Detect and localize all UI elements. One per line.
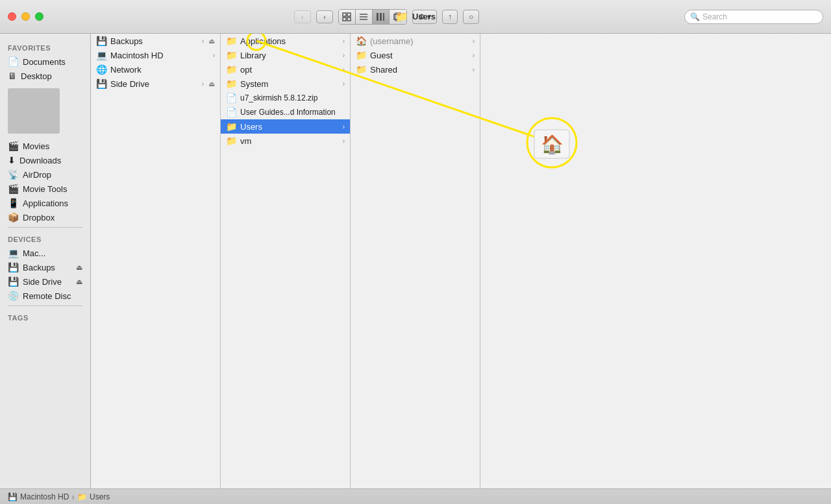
statusbar-drive-icon: 💾 [8,492,18,501]
arrow-icon: › [343,80,345,88]
col2-library[interactable]: 📁 Library › [221,48,350,62]
sidebar-item-label: Remote Disc [23,291,71,301]
backups-eject-icon[interactable]: ⏏ [76,263,82,272]
statusbar-path2: Users [90,492,110,501]
arrow-icon: › [343,66,345,73]
tags-section-label: Tags [0,309,90,324]
arrow-icon: › [202,38,204,45]
folder-icon: 📁 [226,50,237,60]
folder-icon: 📁 [226,78,237,89]
documents-icon: 📄 [8,56,19,67]
col2-zip[interactable]: 📄 u7_skirmish 5.8.12.zip [221,91,350,105]
arrow-icon: › [202,80,204,88]
view-list-button[interactable] [356,10,373,24]
file-icon: 📄 [226,107,237,117]
view-icon-button[interactable] [339,10,356,24]
toolbar: ‹ › [294,9,479,25]
column-2: 📁 Applications › 📁 Library › 📁 opt › 📁 S… [221,34,351,488]
statusbar: 💾 Macintosh HD › 📁 Users [0,488,831,504]
sidebar-item-dropbox[interactable]: 📦 Dropbox [0,210,90,224]
minimize-button[interactable] [21,12,30,21]
folder-icon: 💾 [96,36,107,46]
side-drive-device-icon: 💾 [8,276,19,287]
maximize-button[interactable] [35,12,43,21]
eject-icon: ⏏ [208,37,215,45]
favorites-section-label: Favorites [0,39,90,54]
svg-rect-1 [347,13,351,16]
col2-opt[interactable]: 📁 opt › [221,62,350,77]
column-3: 🏠 (username) › 📁 Guest › 📁 Shared › [351,34,480,488]
tag-button[interactable]: ○ [463,10,479,24]
close-button[interactable] [8,12,16,21]
col2-user-guides[interactable]: 📄 User Guides...d Information [221,105,350,119]
svg-rect-9 [383,13,384,21]
col2-users[interactable]: 📁 Users › [221,119,350,134]
folder-icon: 📁 [356,64,367,75]
col1-side-drive[interactable]: 💾 Side Drive › ⏏ [91,77,220,91]
back-button[interactable]: ‹ [294,10,311,23]
side-drive-eject-icon[interactable]: ⏏ [76,278,82,286]
view-column-button[interactable] [373,10,390,24]
sidebar-item-applications[interactable]: 📱 Applications [0,196,90,210]
arrow-icon: › [473,52,475,59]
sidebar-item-label: Desktop [21,71,52,81]
share-button[interactable]: ↑ [442,10,458,24]
sidebar-item-airdrop[interactable]: 📡 AirDrop [0,167,90,182]
folder-icon: 📁 [226,36,237,46]
home-user-icon: 🏠 [356,36,367,46]
col1-backups[interactable]: 💾 Backups › ⏏ [91,34,220,48]
statusbar-path1: Macintosh HD [20,492,69,501]
sidebar-item-label: Side Drive [23,277,62,287]
arrow-icon: › [213,52,215,59]
sidebar-item-mac[interactable]: 💻 Mac... [0,246,90,260]
folder-icon: 📁 [226,136,237,146]
col2-system[interactable]: 📁 System › [221,77,350,91]
sidebar-item-label: AirDrop [23,170,51,180]
share-icon: ↑ [448,12,452,21]
col3-home-user[interactable]: 🏠 (username) › [351,34,480,48]
col1-macintosh-hd[interactable]: 💻 Macintosh HD › [91,48,220,62]
arrow-icon: › [343,52,345,59]
sidebar-item-label: Applications [23,198,68,208]
col2-applications[interactable]: 📁 Applications › [221,34,350,48]
side-drive-icon: 💾 [96,78,107,89]
folder-icon: 📁 [226,121,237,132]
eject-icon: ⏏ [208,80,215,88]
sidebar-item-documents[interactable]: 📄 Documents [0,54,90,69]
col3-guest[interactable]: 📁 Guest › [351,48,480,62]
sidebar-item-remote-disc[interactable]: 💿 Remote Disc [0,289,90,303]
sidebar-item-label: Movie Tools [23,184,67,194]
folder-icon: 📁 [226,64,237,75]
movies-icon: 🎬 [8,141,19,151]
arrow-icon: › [343,138,345,145]
col1-network[interactable]: 🌐 Network [91,62,220,77]
titlebar: ‹ › [0,0,831,34]
applications-icon: 📱 [8,198,19,208]
col2-vm[interactable]: 📁 vm › [221,134,350,148]
col3-shared[interactable]: 📁 Shared › [351,62,480,77]
search-box[interactable]: 🔍 Search [684,10,823,24]
devices-section-label: Devices [0,230,90,246]
sidebar-item-side-drive[interactable]: 💾 Side Drive ⏏ [0,274,90,289]
sidebar-separator-2 [8,306,82,306]
sidebar-item-backups[interactable]: 💾 Backups ⏏ [0,260,90,274]
drive-icon: 💻 [96,50,107,60]
svg-rect-7 [377,13,378,21]
sidebar-item-label: Mac... [23,248,45,258]
remote-disc-icon: 💿 [8,291,19,301]
preview-column [480,34,831,488]
forward-button[interactable]: › [316,10,333,23]
downloads-icon: ⬇ [8,155,16,165]
arrow-icon: › [473,38,475,45]
sidebar-item-label: Movies [23,141,49,151]
tag-icon: ○ [469,12,473,21]
search-icon: 🔍 [690,12,700,21]
sidebar-item-movies[interactable]: 🎬 Movies [0,139,90,153]
sidebar-item-label: Documents [23,57,66,67]
desktop-thumbnail [8,88,60,134]
sidebar-item-movie-tools[interactable]: 🎬 Movie Tools [0,182,90,196]
sidebar-item-desktop[interactable]: 🖥 Desktop [0,69,90,83]
desktop-icon: 🖥 [8,71,17,81]
folder-icon: 📁 [356,50,367,60]
sidebar-item-downloads[interactable]: ⬇ Downloads [0,153,90,167]
